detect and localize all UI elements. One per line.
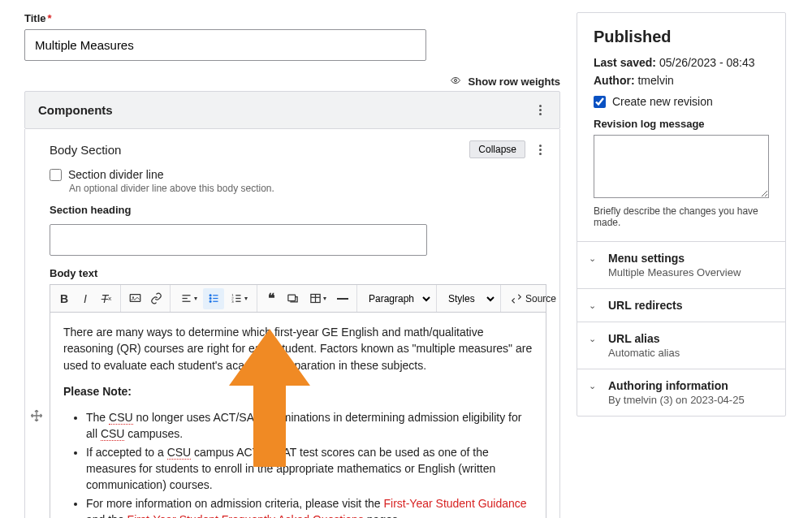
revision-description: Briefly describe the changes you have ma…	[594, 205, 769, 228]
chevron-down-icon: ⌄	[589, 381, 596, 391]
drag-handle-icon[interactable]	[30, 409, 43, 425]
title-input[interactable]	[24, 29, 426, 61]
svg-point-6	[209, 295, 211, 296]
components-menu-icon[interactable]	[533, 101, 546, 119]
numbered-list-button[interactable]: 123▾	[224, 288, 253, 309]
align-button[interactable]: ▾	[174, 288, 203, 309]
show-row-weights-link[interactable]: Show row weights	[469, 76, 560, 88]
divider-label: Section divider line	[68, 168, 164, 181]
divider-checkbox[interactable]	[50, 169, 62, 181]
published-heading: Published	[594, 28, 769, 46]
collapse-button[interactable]: Collapse	[469, 140, 525, 158]
last-saved: Last saved: 05/26/2023 - 08:43	[594, 56, 769, 69]
svg-rect-18	[287, 295, 295, 301]
revision-log-input[interactable]	[594, 135, 769, 198]
body-section-menu-icon[interactable]	[533, 141, 546, 158]
section-heading-label: Section heading	[50, 204, 546, 216]
hr-button[interactable]	[332, 288, 353, 309]
body-note: Please Note:	[63, 383, 533, 399]
chevron-down-icon: ⌄	[589, 253, 596, 264]
eye-icon	[451, 76, 464, 88]
first-year-guidance-link[interactable]: First-Year Student Guidance	[383, 497, 526, 510]
divider-description: An optional divider line above this body…	[69, 183, 546, 194]
accordion-url-redirects[interactable]: ⌄ URL redirects	[577, 289, 785, 322]
accordion-menu-settings[interactable]: ⌄ Menu settings Multiple Measures Overvi…	[577, 242, 785, 289]
styles-select[interactable]: Styles	[440, 288, 497, 309]
media-button[interactable]	[124, 288, 145, 309]
quote-button[interactable]: ❝	[261, 288, 282, 309]
accordion-authoring-info[interactable]: ⌄ Authoring information By tmelvin (3) o…	[577, 369, 785, 416]
italic-button[interactable]: I	[75, 288, 96, 309]
revision-log-label: Revision log message	[594, 118, 769, 130]
chevron-down-icon: ⌄	[589, 300, 596, 311]
body-list-item: The CSU no longer uses ACT/SAT examinati…	[86, 409, 533, 442]
body-section-label: Body Section	[50, 143, 121, 157]
body-text-label: Body text	[50, 267, 546, 279]
svg-text:3: 3	[231, 300, 234, 304]
table-button[interactable]: ▾	[303, 288, 332, 309]
author: Author: tmelvin	[594, 74, 769, 87]
clear-format-button[interactable]: Tx	[96, 288, 117, 309]
svg-point-0	[454, 80, 456, 82]
body-list-item: If accepted to a CSU campus ACT or SAT t…	[86, 444, 533, 494]
create-revision-checkbox[interactable]	[594, 96, 606, 108]
editor-body[interactable]: There are many ways to determine which f…	[50, 313, 546, 518]
link-button[interactable]	[145, 288, 166, 309]
bold-button[interactable]: B	[54, 288, 75, 309]
title-label: Title*	[24, 12, 560, 24]
image-button[interactable]	[282, 288, 303, 309]
bullet-list-button[interactable]	[203, 288, 224, 309]
source-button[interactable]: Source	[504, 293, 563, 304]
chevron-down-icon: ⌄	[589, 334, 596, 344]
accordion-url-alias[interactable]: ⌄ URL alias Automatic alias	[577, 322, 785, 369]
section-heading-input[interactable]	[50, 224, 427, 256]
components-heading: Components	[38, 103, 113, 117]
editor-toolbar: B I Tx ▾	[50, 285, 546, 313]
body-paragraph: There are many ways to determine which f…	[63, 324, 533, 373]
first-year-faq-link[interactable]: First-Year Student Frequently Asked Ques…	[127, 513, 364, 518]
paragraph-select[interactable]: Paragraph	[361, 288, 433, 309]
svg-point-7	[209, 298, 211, 300]
create-revision-label: Create new revision	[612, 95, 713, 108]
body-list-item: For more information on admission criter…	[86, 495, 533, 518]
svg-point-8	[209, 300, 211, 302]
